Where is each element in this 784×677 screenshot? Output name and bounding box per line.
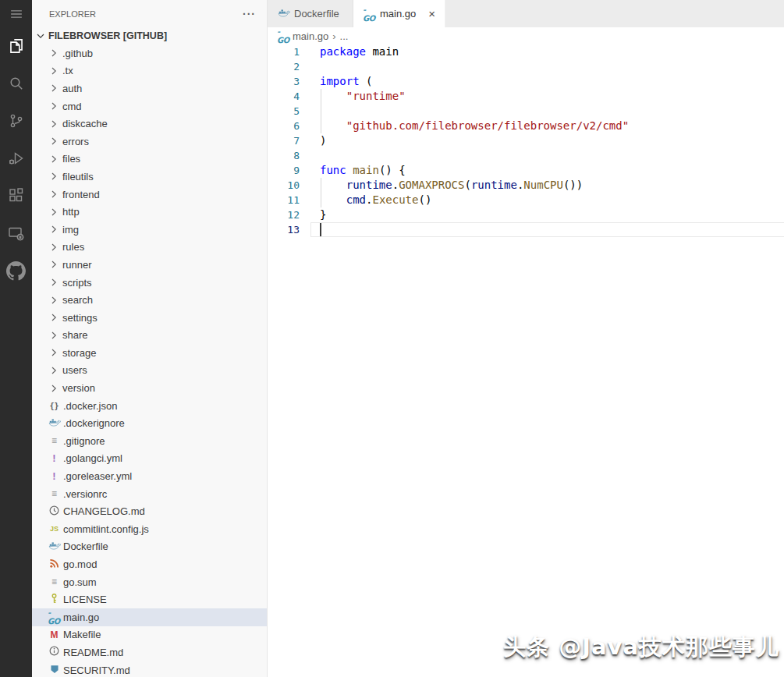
close-icon[interactable]: × xyxy=(428,8,435,19)
tree-item-label: go.mod xyxy=(63,558,97,570)
tree-item[interactable]: SECURITY.md xyxy=(32,661,267,677)
line-number: 13 xyxy=(268,222,300,237)
tree-item[interactable]: version xyxy=(32,379,267,397)
tree-item[interactable]: .tx xyxy=(32,62,267,80)
menu-icon[interactable] xyxy=(0,0,32,27)
tree-item[interactable]: README.md xyxy=(32,643,267,661)
tree-item[interactable]: storage xyxy=(32,344,267,362)
go-icon: GO xyxy=(363,8,376,20)
code-line[interactable]: 4 "runtime" xyxy=(268,89,784,104)
tree-item[interactable]: CHANGELOG.md xyxy=(32,502,267,520)
tree-item[interactable]: .dockerignore xyxy=(32,414,267,432)
code-line[interactable]: 10 runtime.GOMAXPROCS(runtime.NumCPU()) xyxy=(268,178,784,193)
code-line[interactable]: 1package main xyxy=(268,44,784,59)
code-line[interactable]: 11 cmd.Execute() xyxy=(268,193,784,207)
source-control-icon[interactable] xyxy=(0,102,32,140)
code-line[interactable]: 5 xyxy=(268,104,784,119)
tree-item[interactable]: !.goreleaser.yml xyxy=(32,467,267,485)
explorer-sidebar: EXPLORER ··· FILEBROWSER [GITHUB] .githu… xyxy=(32,0,268,677)
tree-item[interactable]: ≡go.sum xyxy=(32,573,267,591)
tree-item[interactable]: MMakefile xyxy=(32,626,267,644)
code-line[interactable]: 8 xyxy=(268,148,784,163)
tree-item[interactable]: fileutils xyxy=(32,168,267,186)
tree-item[interactable]: GOmain.go xyxy=(32,608,267,626)
extensions-icon[interactable] xyxy=(0,177,32,214)
tree-item[interactable]: settings xyxy=(32,309,267,327)
search-icon[interactable] xyxy=(0,65,32,102)
tab-bar: DockerfileGOmain.go× xyxy=(268,0,784,27)
tree-item[interactable]: img xyxy=(32,221,267,239)
code-line[interactable]: 2 xyxy=(268,59,784,74)
tree-item-label: scripts xyxy=(62,277,92,289)
breadcrumb-separator: › xyxy=(332,30,335,42)
yaml-icon: ! xyxy=(48,452,61,465)
tree-item[interactable]: frontend xyxy=(32,186,267,204)
code-line[interactable]: 9func main() { xyxy=(268,163,784,178)
tree-item-label: README.md xyxy=(63,647,123,658)
tree-item[interactable]: search xyxy=(32,291,267,309)
line-number: 2 xyxy=(268,59,300,74)
more-actions-button[interactable]: ··· xyxy=(243,8,256,20)
chevron-right-icon xyxy=(48,170,60,183)
tree-section-filebrowser[interactable]: FILEBROWSER [GITHUB] xyxy=(32,27,267,44)
tree-item[interactable]: {}.docker.json xyxy=(32,397,267,415)
line-number: 10 xyxy=(268,178,300,193)
docker-icon xyxy=(48,417,61,430)
tree-item-label: .goreleaser.yml xyxy=(63,470,132,482)
breadcrumb-file[interactable]: main.go xyxy=(293,30,328,42)
files-icon[interactable] xyxy=(0,27,32,65)
tree-item[interactable]: Dockerfile xyxy=(32,538,267,556)
code-editor[interactable]: 1package main23import (4 "runtime"56 "gi… xyxy=(268,44,784,237)
line-number: 4 xyxy=(268,89,300,104)
tree-section-label: FILEBROWSER [GITHUB] xyxy=(48,30,167,41)
tree-item[interactable]: ≡.versionrc xyxy=(32,485,267,503)
tree-item-label: users xyxy=(62,364,87,376)
line-text: "github.com/filebrowser/filebrowser/v2/c… xyxy=(320,119,629,133)
chevron-right-icon xyxy=(48,47,60,59)
tree-item[interactable]: cmd xyxy=(32,97,267,115)
tree-item[interactable]: LICENSE xyxy=(32,590,267,608)
tree-item[interactable]: runner xyxy=(32,256,267,274)
tree-item-label: SECURITY.md xyxy=(63,665,130,676)
chevron-right-icon xyxy=(48,153,60,165)
tree-item[interactable]: scripts xyxy=(32,274,267,292)
chevron-right-icon xyxy=(48,311,60,324)
tree-item-label: settings xyxy=(62,312,98,324)
tab-Dockerfile[interactable]: Dockerfile xyxy=(268,0,353,27)
tree-item-label: main.go xyxy=(63,611,99,623)
js-icon: JS xyxy=(48,523,61,535)
breadcrumb-more[interactable]: ... xyxy=(340,30,349,42)
tree-item[interactable]: rules xyxy=(32,239,267,257)
tree-item[interactable]: share xyxy=(32,327,267,345)
go-icon: GO xyxy=(277,30,290,42)
debug-icon[interactable] xyxy=(0,140,32,177)
clock-icon xyxy=(48,505,61,518)
tree-item[interactable]: .github xyxy=(32,44,267,62)
tree-item[interactable]: users xyxy=(32,362,267,380)
tab-main.go[interactable]: GOmain.go× xyxy=(353,0,445,27)
code-line[interactable]: 7) xyxy=(268,133,784,148)
remote-icon[interactable] xyxy=(0,214,32,252)
code-line[interactable]: 6 "github.com/filebrowser/filebrowser/v2… xyxy=(268,119,784,133)
line-text: func main() { xyxy=(320,163,406,178)
code-line[interactable]: 3import ( xyxy=(268,74,784,89)
code-line[interactable]: 12} xyxy=(268,207,784,222)
tree-item[interactable]: JScommitlint.config.js xyxy=(32,520,267,538)
code-line[interactable]: 13 xyxy=(268,222,784,237)
tree-item[interactable]: diskcache xyxy=(32,115,267,133)
chevron-right-icon xyxy=(48,258,60,271)
chevron-right-icon xyxy=(48,223,60,236)
github-icon[interactable] xyxy=(0,252,32,289)
tree-item[interactable]: files xyxy=(32,151,267,168)
tree-item[interactable]: !.golangci.yml xyxy=(32,450,267,468)
tree-item[interactable]: errors xyxy=(32,133,267,151)
docker-icon xyxy=(277,8,290,20)
tree-item[interactable]: auth xyxy=(32,80,267,97)
tree-item[interactable]: ≡.gitignore xyxy=(32,432,267,450)
tree-item[interactable]: go.mod xyxy=(32,555,267,573)
line-number: 1 xyxy=(268,44,300,59)
tree-item-label: diskcache xyxy=(62,118,108,129)
tree-item[interactable]: http xyxy=(32,203,267,221)
watermark: 头条 @Java技术那些事儿 xyxy=(503,632,779,663)
chevron-down-icon xyxy=(34,30,47,42)
